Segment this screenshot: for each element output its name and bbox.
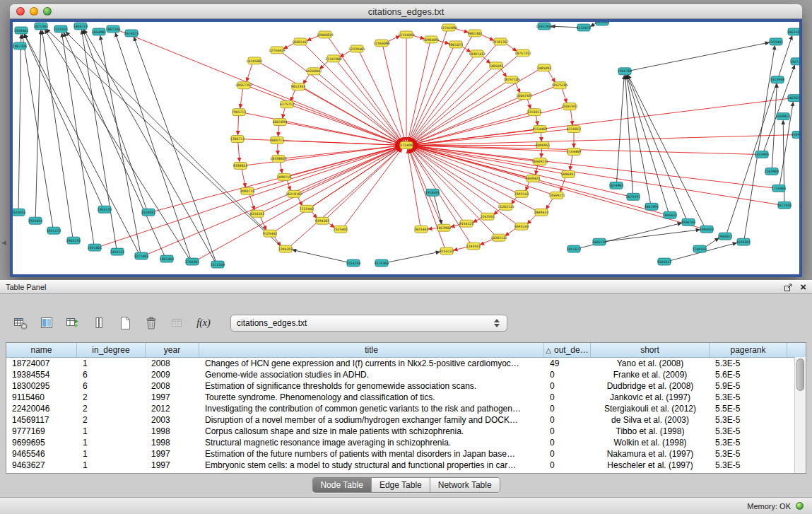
- graph-node[interactable]: 1094522: [700, 226, 714, 233]
- graph-node[interactable]: 12754419: [269, 47, 285, 54]
- citation-edge-red[interactable]: [527, 214, 536, 224]
- graph-node[interactable]: 7905712: [232, 109, 247, 116]
- graph-node[interactable]: 1853902: [437, 224, 452, 231]
- citation-edge-red[interactable]: [238, 116, 239, 135]
- graph-node[interactable]: 1572209: [211, 261, 225, 268]
- graph-node[interactable]: 4275712: [280, 101, 295, 108]
- graph-node[interactable]: 1406713: [73, 23, 88, 30]
- column-header-pagerank[interactable]: pagerank: [710, 343, 787, 357]
- citation-edge-red[interactable]: [536, 115, 538, 125]
- citation-network-graph[interactable]: 5724091155409812154059169840919861073103…: [13, 22, 799, 274]
- citation-edge-red[interactable]: [570, 155, 572, 170]
- graph-node[interactable]: 1559401: [769, 38, 784, 45]
- rows-icon[interactable]: [88, 313, 110, 334]
- citation-edge-black[interactable]: [705, 238, 719, 247]
- edit-table-icon[interactable]: [62, 313, 83, 334]
- graph-node[interactable]: 1243551: [466, 243, 481, 250]
- citation-edge-red[interactable]: [536, 165, 538, 175]
- graph-node[interactable]: 9861302: [468, 30, 483, 37]
- citation-edge-red[interactable]: [527, 99, 531, 109]
- citation-edge-red[interactable]: [526, 181, 529, 190]
- graph-node[interactable]: 9245012: [657, 258, 672, 265]
- citation-edge-red[interactable]: [505, 43, 517, 51]
- graph-node[interactable]: 9338823: [233, 162, 248, 169]
- citation-edge-red[interactable]: [238, 142, 240, 161]
- graph-node[interactable]: 12451920: [536, 23, 552, 30]
- table-row[interactable]: 911546021997Tourette syndrome. Phenomeno…: [6, 392, 806, 403]
- graph-node[interactable]: 2936704: [681, 218, 696, 226]
- citation-edge-black[interactable]: [84, 30, 215, 262]
- citation-edge-black[interactable]: [617, 76, 625, 182]
- citation-edge-red[interactable]: [413, 146, 756, 155]
- network-canvas[interactable]: 5724091155409812154059169840919861073103…: [13, 22, 799, 274]
- graph-node[interactable]: 1925054: [28, 217, 43, 224]
- graph-node[interactable]: 5693143: [514, 223, 529, 230]
- citation-edge-red[interactable]: [413, 146, 702, 228]
- graph-node[interactable]: 6210163: [250, 210, 265, 217]
- graph-node[interactable]: 8096951: [536, 142, 551, 149]
- table-row[interactable]: 1872400712008Changes of HCN gene express…: [6, 358, 806, 369]
- graph-node[interactable]: 1845622: [663, 211, 678, 218]
- graph-node[interactable]: 3271465: [134, 252, 149, 259]
- table-row[interactable]: 946554611997Estimation of the future num…: [6, 448, 806, 460]
- citation-edge-red[interactable]: [413, 146, 773, 188]
- graph-node[interactable]: 1710465: [772, 185, 787, 192]
- citation-edge-black[interactable]: [293, 250, 348, 262]
- graph-node[interactable]: 21247008: [325, 55, 341, 62]
- graph-node[interactable]: 14240047: [305, 68, 322, 75]
- citation-edge-black[interactable]: [551, 26, 578, 28]
- table-row[interactable]: 1830029562008Estimation of significance …: [6, 380, 806, 392]
- graph-node[interactable]: 9294203: [315, 217, 330, 224]
- citation-edge-black[interactable]: [605, 230, 700, 242]
- citation-edge-red[interactable]: [278, 126, 279, 136]
- graph-node[interactable]: 1415935: [755, 151, 770, 158]
- import-table-disabled-icon[interactable]: [167, 313, 188, 334]
- graph-node[interactable]: 16601417: [292, 38, 308, 45]
- graph-node[interactable]: 16210163: [286, 190, 302, 197]
- graph-node[interactable]: 7485093: [489, 62, 504, 69]
- graph-node[interactable]: 1927743: [790, 58, 799, 65]
- graph-node[interactable]: 2154469: [567, 148, 582, 156]
- graph-node[interactable]: 8154123: [440, 247, 454, 255]
- graph-node[interactable]: 1867335: [13, 42, 27, 49]
- citation-edge-red[interactable]: [340, 50, 351, 57]
- graph-node[interactable]: 14245061: [246, 57, 262, 64]
- window-title-bar[interactable]: citations_edges.txt: [10, 4, 802, 19]
- delete-table-icon[interactable]: [141, 313, 162, 334]
- graph-node[interactable]: 19761357: [492, 38, 508, 45]
- graph-node[interactable]: 1463024: [787, 95, 799, 102]
- citation-edge-red[interactable]: [412, 81, 507, 143]
- collapse-left-panel-arrow[interactable]: ◀: [1, 239, 6, 246]
- graph-node[interactable]: 2071341: [34, 23, 49, 30]
- citation-edge-red[interactable]: [283, 107, 285, 118]
- citation-edge-red[interactable]: [515, 83, 520, 93]
- table-selector-dropdown[interactable]: citations_edges.txt: [230, 315, 507, 332]
- graph-node[interactable]: 1415948: [770, 76, 785, 83]
- graph-node[interactable]: 3216012: [527, 109, 542, 116]
- tab-network-table[interactable]: Network Table: [430, 478, 500, 492]
- graph-node[interactable]: 3051672: [567, 245, 582, 252]
- zoom-button[interactable]: [43, 7, 52, 16]
- graph-node[interactable]: 3467891: [645, 203, 659, 210]
- table-vertical-scrollbar[interactable]: [794, 357, 806, 473]
- citation-edge-red[interactable]: [305, 44, 401, 142]
- graph-node[interactable]: 7294203: [278, 245, 293, 252]
- graph-node[interactable]: 1090710: [277, 173, 292, 180]
- graph-node[interactable]: 3060711: [270, 137, 285, 144]
- citation-edge-red[interactable]: [249, 86, 400, 144]
- citation-edge-red[interactable]: [413, 98, 519, 144]
- citation-edge-red[interactable]: [408, 31, 447, 141]
- citation-edge-red[interactable]: [505, 228, 517, 235]
- graph-node[interactable]: 1674963: [609, 182, 624, 189]
- graph-node[interactable]: 1559812: [776, 113, 791, 120]
- citation-edge-black[interactable]: [45, 30, 189, 259]
- citation-edge-red[interactable]: [409, 47, 453, 141]
- citation-edge-red[interactable]: [275, 148, 401, 232]
- citation-edge-red[interactable]: [287, 180, 290, 190]
- tab-edge-table[interactable]: Edge Table: [372, 478, 430, 492]
- citation-edge-black[interactable]: [744, 46, 775, 238]
- citation-edge-red[interactable]: [253, 146, 400, 190]
- citation-edge-red[interactable]: [242, 169, 245, 187]
- graph-node[interactable]: 2405136: [592, 238, 607, 245]
- citation-edge-red[interactable]: [480, 239, 493, 245]
